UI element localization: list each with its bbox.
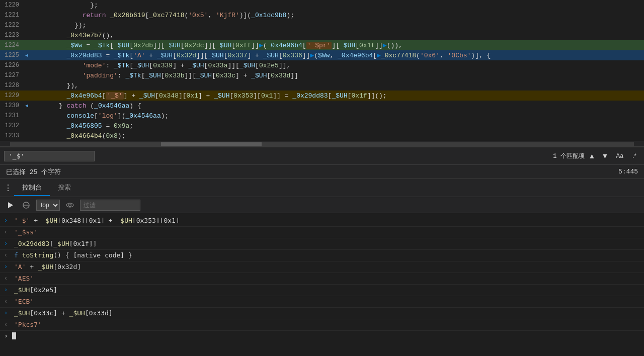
console-text-5: 'A' + _$UH[0x32d] (14, 262, 81, 272)
filter-input[interactable] (80, 200, 140, 211)
code-line-1220: 1220 }; (0, 0, 644, 10)
console-text-3: _0x29dd83[_$UH[0x1f]] (14, 239, 97, 249)
code-line-1229: 1229 _0x4e96b4['_$'] + _$UH[0x348][0x1] … (0, 91, 644, 101)
code-line-1221: 1221 return _0x26b619[_0xc77418('0x5', '… (0, 10, 644, 20)
options-menu-button[interactable]: ⋮ (2, 182, 14, 194)
expand-left-icon-2[interactable]: ‹ (4, 227, 12, 237)
code-line-1225: 1225 ◀ _0x29dd83 = _$Tk['A' + _$UH[0x32d… (0, 50, 644, 60)
console-row-5: › 'A' + _$UH[0x32d] (0, 261, 644, 273)
expand-left-icon-8[interactable]: ‹ (4, 297, 12, 307)
search-next-button[interactable]: ▼ (599, 151, 610, 161)
eye-icon (66, 201, 74, 209)
console-row-6: ‹ 'AES' (0, 273, 644, 285)
match-count: 1 个匹配项 (553, 152, 584, 160)
expand-right-icon-5[interactable]: › (4, 262, 12, 272)
console-text-9: _$UH[0x33c] + _$UH[0x33d] (14, 308, 113, 318)
expand-left-icon-4[interactable]: ‹ (4, 250, 12, 260)
code-line-1232: 1232 _0x456805 = 0x9a; (0, 121, 644, 131)
code-line-1226: 1226 'mode': _$Tk[_$UH[0x339] + _$UH[0x3… (0, 60, 644, 70)
console-text-7: _$UH[0x2e5] (14, 285, 57, 295)
expand-right-icon-7[interactable]: › (4, 285, 12, 295)
text-cursor (12, 332, 16, 339)
no-entry-button[interactable] (20, 200, 32, 210)
code-editor: 1220 }; 1221 return _0x26b619[_0xc77418(… (0, 0, 644, 141)
code-line-1224: 1224 _$Ww = _$Tk[_$UH[0x2db]][_$UH[0x2dc… (0, 40, 644, 50)
code-line-1222: 1222 }); (0, 20, 644, 30)
svg-marker-0 (8, 202, 13, 208)
expand-right-icon-9[interactable]: › (4, 308, 12, 318)
custom-formatters-button[interactable] (64, 200, 76, 210)
console-row-10: ‹ 'Pkcs7' (0, 319, 644, 331)
tab-search[interactable]: 搜索 (50, 180, 79, 196)
expand-left-icon-10[interactable]: ‹ (4, 320, 12, 330)
console-text-10: 'Pkcs7' (14, 320, 42, 330)
expand-right-icon-3[interactable]: › (4, 239, 12, 249)
devtools-tabs: ⋮ 控制台 搜索 (0, 179, 644, 197)
console-text-6: 'AES' (14, 274, 34, 284)
status-bar: 已选择 25 个字符 5:445 (0, 165, 644, 179)
scrollbar-track (10, 142, 634, 146)
tab-console[interactable]: 控制台 (14, 180, 50, 196)
code-line-1231: 1231 console['log'](_0x4546aa); (0, 111, 644, 121)
code-line-1228: 1228 }), (0, 80, 644, 91)
search-bar: '_$' 1 个匹配项 ▲ ▼ Aa .* (0, 147, 644, 165)
code-line-1223: 1223 _0x43e7b7(), (0, 30, 644, 40)
console-row-7: › _$UH[0x2e5] (0, 285, 644, 296)
svg-point-4 (69, 204, 71, 206)
console-prompt: › (4, 332, 12, 340)
console-row-1: › '_$' + _$UH[0x348][0x1] + _$UH[0x353][… (0, 215, 644, 227)
horizontal-scrollbar[interactable] (0, 141, 644, 147)
search-info: 1 个匹配项 ▲ ▼ Aa .* (553, 151, 640, 161)
expand-right-icon-1[interactable]: › (4, 216, 12, 226)
code-line-1233: 1233 _0x4664b4(0x8); (0, 131, 644, 141)
search-match-case-button[interactable]: Aa (612, 151, 627, 161)
search-prev-button[interactable]: ▲ (587, 151, 598, 161)
code-line-1227: 1227 'padding': _$Tk[_$UH[0x33b]][_$UH[0… (0, 70, 644, 80)
play-icon (6, 201, 14, 209)
console-toolbar: top (0, 197, 644, 213)
console-row-9: › _$UH[0x33c] + _$UH[0x33d] (0, 308, 644, 319)
console-text-4: f toString() { [native code] } (14, 250, 132, 260)
console-row-3: › _0x29dd83[_$UH[0x1f]] (0, 238, 644, 250)
context-selector[interactable]: top (36, 200, 60, 211)
cursor-position: 5:445 (618, 168, 638, 175)
console-row-4: ‹ f toString() { [native code] } (0, 250, 644, 261)
console-row-8: ‹ 'ECB' (0, 296, 644, 308)
play-button[interactable] (4, 200, 16, 210)
no-entry-icon (22, 201, 30, 209)
console-row-2: ‹ '_$ss' (0, 227, 644, 238)
code-line-1230: 1230 ◀ } catch (_0x4546aa) { (0, 101, 644, 111)
expand-left-icon-6[interactable]: ‹ (4, 274, 12, 284)
search-input[interactable]: '_$' (4, 151, 95, 161)
selected-text-status: 已选择 25 个字符 (6, 167, 61, 176)
console-output[interactable]: › '_$' + _$UH[0x348][0x1] + _$UH[0x353][… (0, 213, 644, 356)
console-text-8: 'ECB' (14, 297, 34, 307)
scrollbar-thumb[interactable] (161, 142, 262, 146)
console-text-1: '_$' + _$UH[0x348][0x1] + _$UH[0x353][0x… (14, 216, 180, 226)
console-text-2: '_$ss' (14, 227, 38, 237)
search-regex-button[interactable]: .* (629, 151, 640, 161)
console-input-row[interactable]: › (0, 331, 644, 341)
